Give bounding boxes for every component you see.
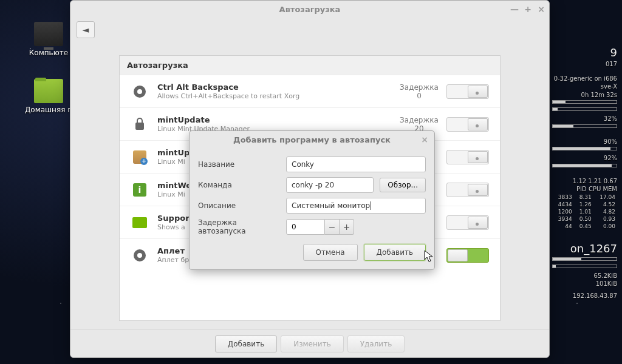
- desc-input[interactable]: Системный монитор: [286, 198, 426, 214]
- dialog-titlebar[interactable]: Добавить программу в автозапуск ×: [190, 131, 434, 148]
- minimize-icon[interactable]: —: [510, 1, 519, 18]
- edit-button[interactable]: Изменить: [281, 335, 344, 352]
- toggle-switch[interactable]: [446, 117, 489, 132]
- item-title: Ctrl Alt Backspace: [157, 83, 392, 92]
- label-delay: Задержка автозапуска: [198, 218, 280, 235]
- desktop-icon-label: Домашняя п: [24, 106, 73, 114]
- close-icon[interactable]: ×: [537, 1, 545, 18]
- dialog-title: Добавить программу в автозапуск: [233, 135, 391, 144]
- label-command: Команда: [198, 181, 280, 189]
- folder-home-icon: [34, 79, 63, 103]
- gear-icon: [134, 86, 146, 98]
- delete-button[interactable]: Удалить: [347, 335, 405, 352]
- window-titlebar[interactable]: Автозагрузка — + ×: [70, 1, 549, 18]
- item-title: mintUpdate: [157, 115, 392, 124]
- list-item[interactable]: Ctrl Alt Backspace Allows Ctrl+Alt+Backs…: [120, 75, 500, 107]
- label-desc: Описание: [198, 201, 280, 210]
- delay-stepper: 0 − +: [286, 219, 354, 235]
- close-icon[interactable]: ×: [421, 135, 428, 144]
- name-input[interactable]: Conky: [286, 157, 426, 172]
- info-icon: i: [133, 183, 146, 197]
- label-name: Название: [198, 160, 280, 169]
- nvidia-icon: [132, 217, 147, 228]
- monitor-icon: [34, 22, 63, 46]
- command-input[interactable]: conky -p 20: [286, 177, 374, 193]
- chevron-left-icon: ◄: [83, 25, 89, 35]
- cancel-button[interactable]: Отмена: [303, 244, 358, 261]
- browse-button[interactable]: Обзор...: [380, 178, 426, 192]
- back-button[interactable]: ◄: [77, 21, 95, 38]
- toggle-switch[interactable]: [446, 150, 489, 164]
- add-program-dialog: Добавить программу в автозапуск × Назван…: [189, 130, 435, 270]
- conky-widget: 9 017 0-32-generic on i686 sve-X 0h 12m …: [552, 46, 622, 300]
- toggle-switch[interactable]: [446, 84, 489, 99]
- toggle-switch[interactable]: [446, 183, 489, 197]
- section-header: Автозагрузка: [120, 56, 500, 75]
- window-toolbar: ◄: [70, 18, 549, 42]
- submit-button[interactable]: Добавить: [364, 244, 426, 261]
- desktop-icon-home[interactable]: Домашняя п: [24, 79, 73, 114]
- item-subtitle: Allows Ctrl+Alt+Backspace to restart Xor…: [157, 92, 392, 100]
- desktop-icon-computer[interactable]: Компьюте: [24, 22, 73, 57]
- add-button[interactable]: Добавить: [215, 335, 277, 352]
- window-action-bar: Добавить Изменить Удалить: [70, 329, 549, 357]
- item-delay: Задержка0: [392, 83, 446, 100]
- desktop-icon-label: Компьюте: [24, 49, 73, 57]
- maximize-icon[interactable]: +: [524, 1, 532, 18]
- stepper-plus-button[interactable]: +: [340, 219, 354, 235]
- lock-icon: [135, 123, 144, 130]
- toggle-switch[interactable]: [446, 215, 489, 230]
- stepper-minus-button[interactable]: −: [325, 219, 340, 235]
- window-title: Автозагрузка: [279, 5, 341, 14]
- gear-icon: [134, 249, 146, 261]
- delay-value[interactable]: 0: [286, 219, 325, 235]
- package-plus-icon: [133, 150, 146, 164]
- toggle-switch[interactable]: [446, 248, 489, 263]
